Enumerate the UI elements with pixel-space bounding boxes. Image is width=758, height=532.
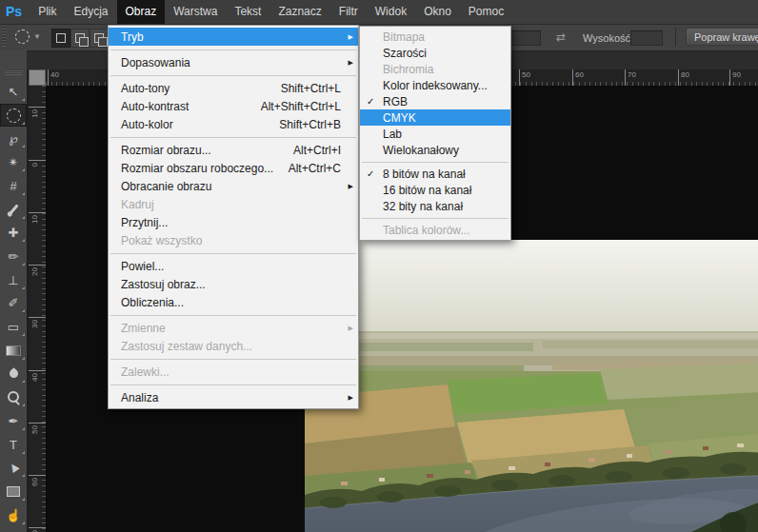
tryb-submenu: BitmapaSzarościBichromiaKolor indeksowan… [359,26,511,241]
menu-item-label: Zmienne [121,322,166,335]
menu-item-label: Auto-tony [121,82,170,95]
menu-item-label: Rozmiar obrazu... [121,144,211,157]
history-brush-icon: ✐ [9,297,19,309]
clone-stamp-tool[interactable]: ⊥ [0,268,27,291]
submenu-item-bitmapa[interactable]: Bitmapa [360,29,510,45]
history-brush-tool[interactable]: ✐ [0,291,27,314]
menu-item-label: 8 bitów na kanał [383,167,466,181]
v-ruler-label: 30 [29,317,46,356]
submenu-item-bichromia[interactable]: Bichromia [360,61,510,77]
menubar-item-warstwa[interactable]: Warstwa [165,0,226,24]
menubar-item-pomoc[interactable]: Pomoc [460,0,512,24]
menu-item-dopasowania[interactable]: Dopasowania▶ [109,53,358,71]
menu-item-powiel[interactable]: Powiel... [109,257,358,275]
menubar-item-filtr[interactable]: Filtr [330,0,367,24]
elliptical-marquee-tool[interactable] [0,104,27,127]
brush-tool[interactable]: ✏ [0,245,27,267]
menu-item-przytnij[interactable]: Przytnij... [109,213,358,231]
h-ruler-label: 80 [678,69,689,86]
lasso-icon: ℘ [9,132,17,145]
submenu-arrow-icon: ▶ [349,325,353,332]
h-ruler-label: 70 [625,69,636,86]
menubar-item-tekst[interactable]: Tekst [226,0,269,24]
vertical-ruler[interactable]: 10010203040506070 [29,86,46,532]
submenu-item-wielokanalowy[interactable]: Wielokanałowy [360,142,510,158]
menu-item-kadruj[interactable]: Kadruj [109,195,358,213]
menu-item-label: Obliczenia... [121,296,184,309]
v-ruler-label: 70 [29,527,46,532]
submenu-arrow-icon: ▶ [349,59,353,67]
submenu-item-kolor-indeksowany[interactable]: Kolor indeksowany... [360,77,510,93]
menu-item-obliczenia[interactable]: Obliczenia... [109,293,358,311]
pen-tool[interactable]: ✒ [0,409,27,432]
v-ruler-label: 20 [29,265,46,304]
menu-item-label: Zastosuj zestaw danych... [121,340,252,353]
submenu-item-32-bity-na-kanal[interactable]: 32 bity na kanał [360,198,510,214]
menu-item-auto-kolor[interactable]: Auto-kolorShift+Ctrl+B [109,115,358,133]
lasso-tool[interactable]: ℘ [0,127,27,149]
submenu-item-lab[interactable]: Lab [360,126,510,142]
menu-item-zalewki[interactable]: Zalewki... [109,363,358,381]
menu-item-label: Analiza [121,391,158,404]
add-to-selection-button[interactable] [70,29,90,48]
menu-item-rozmiar-obrazu[interactable]: Rozmiar obrazu...Alt+Ctrl+I [109,141,358,159]
refine-edge-button[interactable]: Popraw krawędź... [686,28,758,46]
clone-stamp-icon: ⊥ [8,274,18,286]
healing-brush-tool[interactable]: ✚ [0,221,27,244]
menubar: Ps PlikEdycjaObrazWarstwaTekstZaznaczFil… [0,0,758,25]
magic-wand-tool[interactable]: ✴ [0,150,27,173]
menubar-item-obraz[interactable]: Obraz [117,0,166,24]
height-input[interactable] [630,30,663,46]
gradient-tool[interactable] [0,339,27,362]
new-selection-button[interactable] [51,29,70,48]
hand-tool[interactable]: ☝ [0,503,27,526]
submenu-item-8-bitow-na-kanal[interactable]: ✓8 bitów na kanał [360,166,510,182]
menubar-item-plik[interactable]: Plik [30,0,65,24]
submenu-item-16-bitow-na-kanal[interactable]: 16 bitów na kanał [360,182,510,198]
menu-item-tryb[interactable]: Tryb▶ [109,28,358,46]
path-selection-tool[interactable]: ▶ [0,456,27,479]
eyedropper-tool[interactable] [0,198,27,221]
menu-item-auto-kontrast[interactable]: Auto-kontrastAlt+Shift+Ctrl+L [109,97,358,115]
subtract-from-selection-button[interactable] [90,29,109,48]
eraser-tool[interactable]: ▭ [0,315,27,338]
rectangle-tool[interactable] [0,480,27,502]
tool-preset-picker[interactable]: ▼ [15,30,41,44]
menu-item-analiza[interactable]: Analiza▶ [109,388,358,406]
submenu-item-szarosci[interactable]: Szarości [360,45,510,61]
menubar-item-widok[interactable]: Widok [367,0,415,24]
menu-item-shortcut: Shift+Ctrl+B [279,118,352,131]
type-tool[interactable]: T [0,433,27,456]
menu-item-rozmiar-obszaru-roboczego[interactable]: Rozmiar obszaru roboczego...Alt+Ctrl+C [109,159,358,177]
menu-item-label: RGB [383,95,408,108]
menu-item-obracanie-obrazu[interactable]: Obracanie obrazu▶ [109,177,358,195]
menu-separator [109,381,358,388]
menu-item-zastosuj-obraz[interactable]: Zastosuj obraz... [109,275,358,293]
canvas-photo[interactable] [305,240,758,532]
menu-item-auto-tony[interactable]: Auto-tonyShift+Ctrl+L [109,79,358,97]
menubar-item-okno[interactable]: Okno [415,0,460,24]
menu-item-pokaz-wszystko[interactable]: Pokaż wszystko [109,231,358,249]
submenu-separator [360,158,510,166]
ruler-origin-box[interactable] [29,69,46,86]
submenu-item-cmyk[interactable]: CMYK [360,109,510,126]
swap-dimensions-icon[interactable]: ⇄ [556,30,566,44]
menubar-item-edycja[interactable]: Edycja [65,0,116,24]
menu-item-shortcut: Alt+Shift+Ctrl+L [261,100,352,113]
blur-icon [8,367,20,380]
hand-icon: ☝ [6,509,21,522]
dodge-tool[interactable] [0,385,27,408]
menu-separator [109,46,358,53]
width-input[interactable] [509,30,541,46]
menubar-item-zaznacz[interactable]: Zaznacz [269,0,329,24]
crop-tool[interactable]: # [0,174,27,197]
blur-tool[interactable] [0,362,27,384]
menu-item-zastosuj-zestaw-danych[interactable]: Zastosuj zestaw danych... [109,337,358,355]
submenu-item-rgb[interactable]: ✓RGB [360,93,510,109]
menu-item-zmienne[interactable]: Zmienne▶ [109,319,358,337]
submenu-item-tablica-kolorow[interactable]: Tablica kolorów... [360,222,510,238]
ps-logo: Ps [0,0,30,24]
photoshop-window: Ps PlikEdycjaObrazWarstwaTekstZaznaczFil… [0,0,758,532]
zoom-tool[interactable] [0,526,27,532]
move-tool[interactable]: ↖ [0,80,27,103]
